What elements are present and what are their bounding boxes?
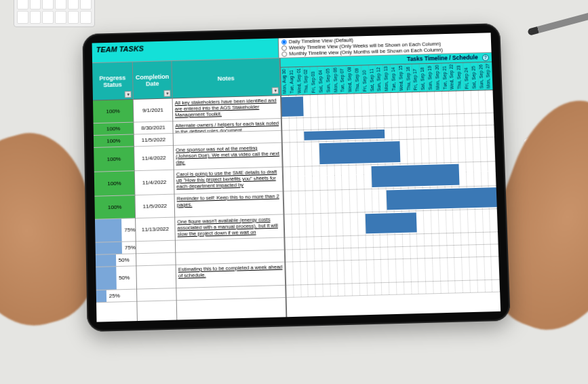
- timeline-slot[interactable]: [454, 233, 461, 245]
- timeline-slot[interactable]: [380, 235, 388, 246]
- timeline-slot[interactable]: [300, 250, 307, 261]
- timeline-slot[interactable]: [303, 95, 311, 117]
- date-cell[interactable]: [136, 253, 176, 267]
- date-cell[interactable]: 9/1/2021: [134, 98, 172, 122]
- date-cell[interactable]: 11/5/2022: [134, 134, 173, 147]
- timeline-date-header[interactable]: Sat, Sep 25: [470, 62, 478, 90]
- timeline-slot[interactable]: [351, 236, 359, 248]
- timeline-slot[interactable]: [410, 246, 418, 258]
- timeline-slot[interactable]: [439, 233, 447, 245]
- timeline-slot[interactable]: [441, 282, 448, 293]
- timeline-date-header[interactable]: Mon, Sep 27: [484, 62, 492, 90]
- timeline-slot[interactable]: [319, 117, 326, 129]
- timeline-slot[interactable]: [491, 244, 498, 256]
- timeline-slot[interactable]: [404, 282, 412, 294]
- timeline-slot[interactable]: [362, 117, 370, 128]
- timeline-slot[interactable]: [410, 234, 417, 246]
- timeline-slot[interactable]: [454, 246, 462, 257]
- timeline-slot[interactable]: [486, 90, 494, 113]
- timeline-slot[interactable]: [443, 126, 450, 138]
- timeline-slot[interactable]: [469, 245, 476, 256]
- timeline-slot[interactable]: [461, 233, 469, 244]
- timeline-slot[interactable]: [448, 281, 456, 292]
- timeline-slot[interactable]: [284, 214, 292, 237]
- timeline-slot[interactable]: [417, 234, 425, 246]
- timeline-slot[interactable]: [322, 249, 330, 261]
- view-daily-radio[interactable]: [281, 39, 287, 45]
- timeline-slot[interactable]: [314, 214, 322, 236]
- timeline-slot[interactable]: [477, 280, 485, 292]
- timeline-slot[interactable]: [395, 247, 403, 258]
- timeline-slot[interactable]: [286, 262, 294, 284]
- timeline-date-header[interactable]: Mon, Aug 30: [281, 67, 289, 95]
- timeline-slot[interactable]: [337, 248, 345, 260]
- col-notes-header[interactable]: Notes ▾: [172, 58, 280, 98]
- timeline-slot[interactable]: [470, 280, 477, 292]
- timeline-slot[interactable]: [414, 115, 421, 127]
- timeline-slot[interactable]: [490, 209, 498, 231]
- timeline-slot[interactable]: [463, 281, 470, 292]
- timeline-slot[interactable]: [298, 191, 307, 214]
- date-cell[interactable]: 8/30/2021: [134, 121, 172, 134]
- progress-cell[interactable]: 50%: [96, 254, 136, 267]
- timeline-slot[interactable]: [301, 285, 309, 296]
- date-cell[interactable]: 11/4/2022: [134, 146, 174, 171]
- timeline-date-header[interactable]: Tue, Aug 31: [288, 67, 296, 95]
- notes-cell[interactable]: Reminder to self: Keep this to no more t…: [174, 191, 283, 217]
- timeline-slot[interactable]: [374, 283, 382, 294]
- timeline-slot[interactable]: [309, 285, 316, 296]
- timeline-date-header[interactable]: Thu, Sep 09: [353, 66, 361, 94]
- timeline-slot[interactable]: [446, 233, 454, 245]
- timeline-slot[interactable]: [429, 127, 436, 138]
- timeline-date-header[interactable]: Fri, Sep 10: [361, 65, 369, 93]
- timeline-slot[interactable]: [476, 233, 484, 244]
- timeline-slot[interactable]: [304, 118, 311, 130]
- timeline-slot[interactable]: [485, 280, 492, 292]
- timeline-slot[interactable]: [366, 248, 374, 259]
- timeline-slot[interactable]: [402, 235, 410, 246]
- timeline-slot[interactable]: [462, 245, 469, 256]
- progress-cell[interactable]: 75%: [95, 218, 136, 243]
- timeline-slot[interactable]: [490, 232, 498, 244]
- timeline-slot[interactable]: [395, 235, 403, 246]
- date-cell[interactable]: [136, 241, 176, 254]
- timeline-slot[interactable]: [360, 284, 368, 295]
- timeline-slot[interactable]: [286, 286, 294, 297]
- timeline-slot[interactable]: [326, 117, 333, 129]
- timeline-slot[interactable]: [421, 127, 429, 138]
- timeline-slot[interactable]: [479, 126, 487, 137]
- timeline-slot[interactable]: [329, 236, 336, 248]
- timeline-slot[interactable]: [284, 191, 292, 214]
- date-cell[interactable]: [136, 265, 176, 290]
- progress-cell[interactable]: 100%: [93, 100, 133, 123]
- timeline-slot[interactable]: [340, 117, 348, 128]
- timeline-slot[interactable]: [377, 116, 385, 128]
- timeline-slot[interactable]: [307, 214, 315, 236]
- timeline-slot[interactable]: [447, 246, 454, 257]
- progress-cell[interactable]: 75%: [96, 242, 136, 255]
- timeline-slot[interactable]: [399, 128, 407, 139]
- notes-cell[interactable]: All key stakeholders have been identifie…: [173, 96, 281, 121]
- timeline-date-header[interactable]: Sat, Sep 04: [317, 66, 326, 94]
- date-cell[interactable]: [137, 288, 176, 302]
- timeline-slot[interactable]: [428, 115, 435, 126]
- timeline-slot[interactable]: [435, 115, 443, 126]
- date-cell[interactable]: 11/4/2022: [135, 170, 174, 195]
- timeline-slot[interactable]: [406, 115, 414, 127]
- timeline-slot[interactable]: [294, 285, 301, 296]
- filter-dropdown-icon[interactable]: ▾: [125, 91, 132, 98]
- timeline-slot[interactable]: [292, 214, 300, 237]
- timeline-slot[interactable]: [351, 248, 359, 260]
- timeline-slot[interactable]: [443, 114, 450, 126]
- timeline-slot[interactable]: [290, 118, 297, 130]
- timeline-slot[interactable]: [384, 116, 391, 128]
- timeline-slot[interactable]: [370, 116, 377, 128]
- timeline-slot[interactable]: [406, 128, 414, 139]
- timeline-slot[interactable]: [307, 249, 315, 261]
- timeline-slot[interactable]: [484, 233, 491, 244]
- timeline-slot[interactable]: [293, 262, 301, 284]
- timeline-slot[interactable]: [306, 191, 314, 213]
- progress-cell[interactable]: 100%: [94, 147, 134, 172]
- timeline-slot[interactable]: [392, 128, 399, 139]
- date-cell[interactable]: 11/13/2022: [136, 218, 175, 242]
